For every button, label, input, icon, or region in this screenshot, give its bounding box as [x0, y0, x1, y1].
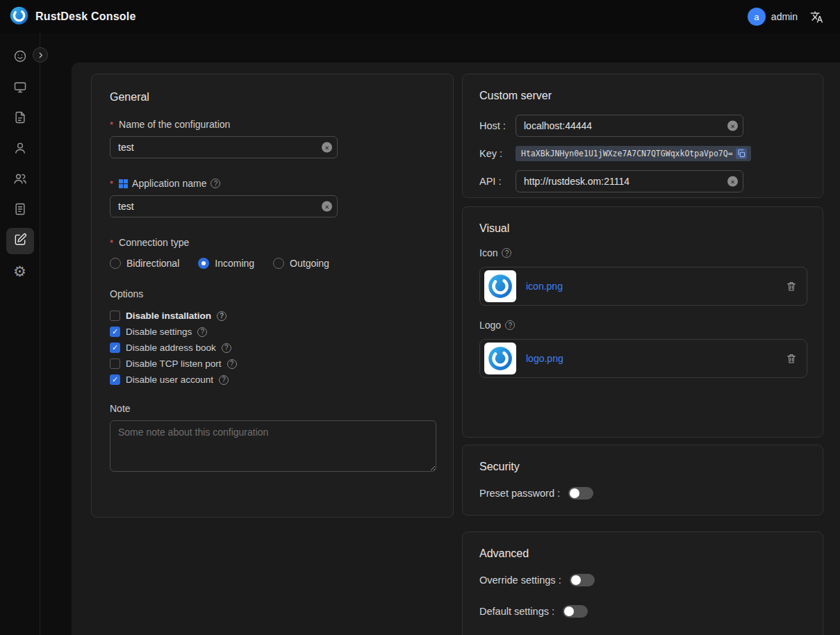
name-input[interactable] [110, 136, 338, 158]
users-icon [13, 172, 27, 188]
default-settings-label: Default settings : [479, 606, 554, 617]
key-value: HtaXBkJNHyn0e1U1jWXze7A7CN7QTGWqxkOtpaVp… [521, 149, 733, 158]
preset-password-label: Preset password : [479, 488, 560, 499]
app-field-label: Application name [110, 178, 435, 189]
checkbox[interactable] [110, 311, 120, 321]
logo-file-link[interactable]: logo.png [526, 353, 776, 364]
user-icon [13, 141, 27, 158]
trash-icon[interactable] [786, 353, 797, 364]
clear-icon[interactable] [727, 176, 738, 187]
help-icon[interactable] [222, 343, 231, 353]
checkbox-checked[interactable] [110, 374, 120, 385]
app-field [110, 195, 338, 217]
default-settings-row: Default settings : [479, 605, 806, 618]
sidebar-item-status[interactable] [6, 44, 34, 71]
help-icon[interactable] [227, 359, 237, 369]
main-panel: General Name of the configuration Applic… [72, 63, 840, 635]
avatar[interactable]: a [748, 8, 766, 26]
host-row: Host : [479, 115, 806, 137]
visual-title: Visual [479, 222, 806, 235]
sidebar-collapse-button[interactable] [33, 47, 48, 63]
icon-thumbnail [484, 270, 516, 302]
checkbox-checked[interactable] [110, 327, 120, 337]
key-label: Key : [479, 148, 516, 159]
checkbox-disable-installation[interactable]: Disable installation [110, 311, 435, 321]
host-field [516, 115, 743, 137]
sidebar: ⚙ [0, 33, 40, 635]
logo-thumbnail [484, 343, 516, 374]
radio-outgoing[interactable]: Outgoing [273, 258, 329, 269]
topbar-right: a admin [748, 8, 823, 26]
sidebar-item-devices[interactable] [6, 75, 34, 101]
help-icon[interactable] [211, 179, 220, 188]
checkbox-disable-settings[interactable]: Disable settings [110, 327, 435, 337]
sidebar-item-user[interactable] [6, 136, 34, 163]
user-menu[interactable]: a admin [748, 8, 798, 26]
preset-password-row: Preset password : [479, 487, 806, 500]
logo-label: Logo [479, 320, 806, 331]
host-input[interactable] [516, 115, 743, 137]
default-settings-toggle[interactable] [563, 605, 588, 618]
override-settings-row: Override settings : [479, 574, 806, 586]
required-marker [110, 237, 115, 248]
radio-incoming[interactable]: Incoming [198, 258, 254, 269]
note-textarea[interactable] [110, 420, 436, 472]
logo-upload-item: logo.png [479, 339, 807, 378]
card-general: General Name of the configuration Applic… [91, 74, 454, 518]
clear-icon[interactable] [727, 121, 738, 131]
translate-icon[interactable] [810, 10, 823, 24]
sidebar-item-audit[interactable] [6, 197, 34, 224]
trash-icon[interactable] [786, 281, 797, 292]
checkbox-disable-tcp-listen-port[interactable]: Disable TCP listen port [110, 358, 435, 369]
icon-file-link[interactable]: icon.png [526, 281, 776, 292]
name-field [110, 136, 338, 158]
override-settings-label: Override settings : [479, 575, 561, 586]
card-custom-server: Custom server Host : Key : HtaXBkJNHyn0e… [462, 74, 823, 198]
api-input[interactable] [516, 170, 743, 192]
status-icon [13, 49, 27, 66]
advanced-title: Advanced [479, 547, 806, 560]
card-visual: Visual Icon icon.png Logo [462, 206, 823, 438]
copy-icon[interactable] [736, 148, 747, 159]
help-icon[interactable] [219, 375, 229, 385]
radio-bidirectional[interactable]: Bidirectional [110, 258, 179, 269]
security-title: Security [479, 461, 806, 473]
audit-log-icon [13, 202, 27, 219]
documents-icon [13, 110, 27, 127]
app-name-input[interactable] [110, 195, 338, 217]
sidebar-item-documents[interactable] [6, 106, 34, 132]
toggle-knob [571, 575, 581, 585]
checkbox-disable-address-book[interactable]: Disable address book [110, 343, 435, 353]
help-icon[interactable] [217, 311, 227, 321]
sidebar-item-groups[interactable] [6, 167, 34, 193]
sidebar-item-settings[interactable]: ⚙ [6, 258, 34, 285]
clear-icon[interactable] [322, 201, 332, 212]
settings-gear-icon: ⚙ [13, 265, 26, 279]
clear-icon[interactable] [322, 142, 332, 153]
radio-circle-selected[interactable] [198, 258, 209, 269]
help-icon[interactable] [502, 248, 511, 258]
checkbox[interactable] [110, 358, 120, 369]
custom-server-title: Custom server [479, 90, 806, 102]
toggle-knob [564, 607, 574, 616]
sidebar-item-edit-config[interactable] [6, 228, 34, 254]
key-field: HtaXBkJNHyn0e1U1jWXze7A7CN7QTGWqxkOtpaVp… [516, 146, 751, 161]
connection-type-group: Bidirectional Incoming Outgoing [110, 258, 435, 269]
icon-upload-item: icon.png [479, 267, 807, 306]
options-label: Options [110, 288, 435, 299]
override-settings-toggle[interactable] [570, 574, 595, 586]
radio-circle[interactable] [110, 258, 121, 269]
brand: RustDesk Console [10, 6, 136, 28]
card-security: Security Preset password : [462, 445, 823, 516]
checkbox-checked[interactable] [110, 343, 120, 353]
general-title: General [110, 91, 435, 104]
preset-password-toggle[interactable] [568, 487, 593, 500]
radio-circle[interactable] [273, 258, 284, 269]
help-icon[interactable] [197, 327, 207, 337]
help-icon[interactable] [505, 320, 515, 330]
checkbox-disable-user-account[interactable]: Disable user account [110, 374, 435, 385]
host-label: Host : [479, 120, 516, 131]
required-marker [110, 119, 115, 130]
connection-type-label: Connection type [110, 237, 435, 248]
devices-icon [13, 80, 27, 97]
